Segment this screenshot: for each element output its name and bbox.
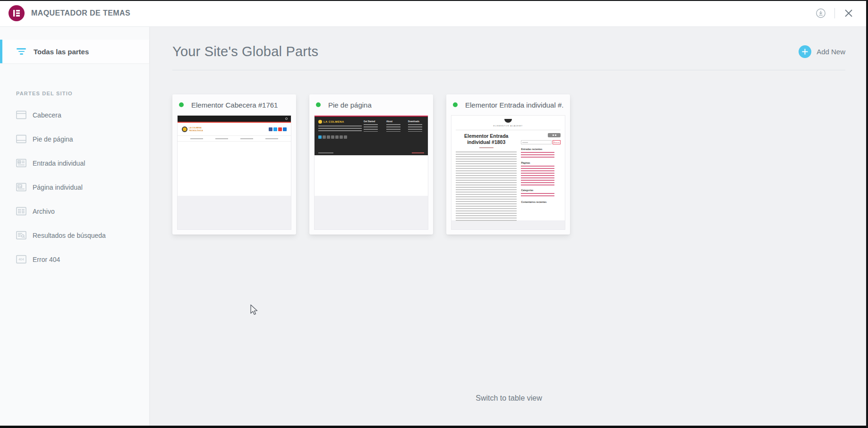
sidebar-item-label: Entrada individual bbox=[33, 159, 85, 167]
header-icon bbox=[16, 110, 26, 119]
sidebar-item-all-parts[interactable]: Todas las partes bbox=[0, 40, 149, 63]
add-new-button[interactable]: Add New bbox=[799, 45, 845, 58]
mini-site-logo bbox=[504, 119, 512, 123]
window-edge-right bbox=[866, 0, 868, 428]
sidebar-item-resultados-busqueda[interactable]: Resultados de búsqueda bbox=[0, 223, 149, 247]
template-title: Elementor Cabecera #1761 bbox=[191, 101, 278, 109]
svg-text:404: 404 bbox=[18, 258, 24, 261]
sidebar-item-label: Pie de página bbox=[33, 135, 73, 143]
sidebar-item-pagina-individual[interactable]: Página individual bbox=[0, 175, 149, 199]
mini-search-input bbox=[521, 140, 552, 144]
mini-site-logo bbox=[318, 120, 322, 124]
mini-search-icon bbox=[285, 117, 288, 120]
mini-widget-title: Entradas recientes bbox=[521, 148, 561, 151]
topbar: MAQUETADOR DE TEMAS bbox=[0, 0, 868, 27]
sidebar-section-label: PARTES DEL SITIO bbox=[16, 91, 149, 96]
status-published-dot bbox=[453, 102, 458, 107]
status-published-dot bbox=[316, 102, 321, 107]
mini-nav-menu bbox=[178, 135, 291, 142]
single-post-icon bbox=[16, 159, 26, 168]
window-edge-bottom bbox=[0, 426, 868, 428]
sidebar-item-pie-de-pagina[interactable]: Pie de página bbox=[0, 127, 149, 151]
heading-separator bbox=[172, 70, 845, 70]
mini-footer-column-title: About bbox=[386, 120, 406, 123]
mini-site-logo-text: LA COLMENA bbox=[323, 120, 344, 123]
mini-site-name: ELEMENTOR ACADEMY bbox=[451, 125, 565, 127]
mini-widget-title: Comentarios recientes bbox=[521, 201, 561, 203]
mini-search-button: Buscar bbox=[553, 140, 561, 144]
topbar-divider bbox=[834, 8, 835, 18]
import-export-button[interactable] bbox=[815, 7, 827, 19]
template-card-entrada-individual[interactable]: Elementor Entrada individual #... ELEMEN… bbox=[446, 94, 570, 235]
error-404-icon: 404 bbox=[16, 255, 26, 264]
sidebar-item-label: Error 404 bbox=[33, 256, 60, 263]
sidebar-item-cabecera[interactable]: Cabecera bbox=[0, 103, 149, 127]
mini-social-icons bbox=[318, 135, 424, 139]
elementor-logo-icon bbox=[9, 5, 25, 21]
window-edge-top bbox=[0, 0, 868, 1]
sidebar-item-label: Cabecera bbox=[33, 111, 61, 119]
single-page-icon bbox=[16, 183, 26, 192]
template-preview-thumbnail: LA COLMENA Get Started About bbox=[314, 115, 428, 230]
template-preview-thumbnail: LA COLMENA TECNOLÓGICA bbox=[177, 115, 291, 230]
add-new-label: Add New bbox=[817, 48, 845, 56]
app-title: MAQUETADOR DE TEMAS bbox=[31, 9, 130, 17]
template-title: Elementor Entrada individual #... bbox=[465, 101, 563, 109]
search-results-icon bbox=[16, 231, 26, 240]
sidebar-item-label: Página individual bbox=[33, 184, 83, 191]
sidebar-item-entrada-individual[interactable]: Entrada individual bbox=[0, 151, 149, 175]
close-icon[interactable] bbox=[842, 7, 855, 19]
status-published-dot bbox=[179, 102, 184, 107]
mini-site-logo bbox=[182, 126, 187, 132]
filter-icon bbox=[17, 48, 26, 55]
sidebar: Todas las partes PARTES DEL SITIO Cabece… bbox=[0, 27, 149, 426]
template-title: Pie de página bbox=[328, 101, 372, 109]
archive-icon bbox=[16, 207, 26, 216]
mini-footer-column-title: Downloads bbox=[408, 120, 428, 123]
mini-social-icons bbox=[269, 127, 287, 131]
mini-widget-title: Páginas bbox=[521, 161, 561, 164]
mini-footer-column-title: Get Started bbox=[364, 120, 383, 123]
mini-widget-title: Categorías bbox=[521, 189, 561, 192]
mini-post-title: Elementor Entrada individual #1803 bbox=[456, 133, 517, 145]
global-parts-grid: Elementor Cabecera #1761 LA COLMENA TECN… bbox=[172, 94, 845, 235]
sidebar-item-archivo[interactable]: Archivo bbox=[0, 199, 149, 223]
mini-site-logo-text: LA COLMENA TECNOLÓGICA bbox=[189, 126, 209, 131]
template-card-pie-de-pagina[interactable]: Pie de página LA COLMENA bbox=[309, 94, 433, 235]
plus-icon bbox=[799, 45, 811, 58]
page-title: Your Site's Global Parts bbox=[172, 44, 318, 59]
sidebar-item-label: Resultados de búsqueda bbox=[33, 232, 106, 239]
template-preview-thumbnail: ELEMENTOR ACADEMY Elementor Entrada indi… bbox=[451, 115, 565, 230]
sidebar-list: Cabecera Pie de página Entrada individua… bbox=[0, 103, 149, 271]
mini-footer-text bbox=[318, 126, 362, 133]
mini-post-body bbox=[456, 151, 517, 221]
switch-to-table-view-link[interactable]: Switch to table view bbox=[172, 394, 845, 403]
sidebar-item-error-404[interactable]: 404 Error 404 bbox=[0, 247, 149, 271]
footer-icon bbox=[16, 134, 26, 143]
mini-sidebar-button bbox=[548, 133, 561, 137]
main-content: Your Site's Global Parts Add New Element… bbox=[149, 27, 866, 426]
template-card-cabecera[interactable]: Elementor Cabecera #1761 LA COLMENA TECN… bbox=[172, 94, 296, 235]
sidebar-item-label: Archivo bbox=[33, 208, 55, 215]
sidebar-item-label: Todas las partes bbox=[34, 48, 89, 56]
